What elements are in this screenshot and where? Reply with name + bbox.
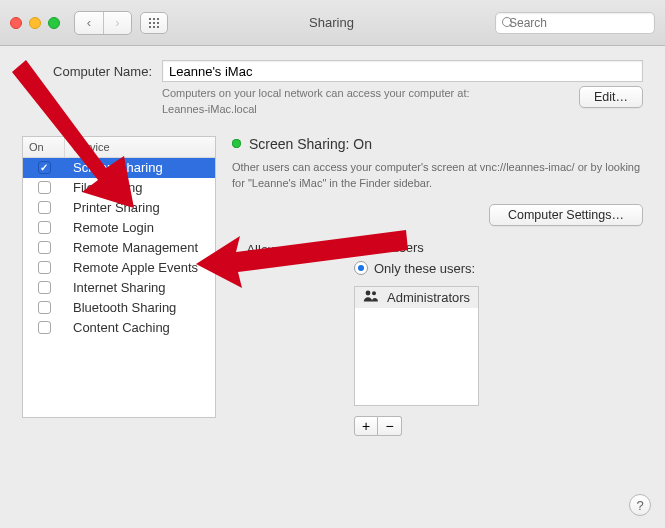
svg-point-1 (372, 291, 376, 295)
window-title: Sharing (176, 15, 487, 30)
service-checkbox[interactable] (38, 161, 51, 174)
computer-name-input[interactable] (162, 60, 643, 82)
chevron-left-icon: ‹ (87, 15, 91, 30)
status-description: Other users can access your computer's s… (232, 160, 643, 192)
service-row[interactable]: Content Caching (23, 318, 215, 338)
radio-icon (354, 240, 368, 254)
window-controls (10, 17, 60, 29)
service-checkbox[interactable] (38, 181, 51, 194)
service-label: Remote Management (65, 240, 215, 255)
service-checkbox[interactable] (38, 281, 51, 294)
service-status: Screen Sharing: On (232, 136, 643, 152)
plus-icon: + (362, 419, 370, 433)
service-label: Screen Sharing (65, 160, 215, 175)
service-row[interactable]: Remote Login (23, 218, 215, 238)
services-table-header: On Service (23, 137, 215, 158)
service-label: Bluetooth Sharing (65, 300, 215, 315)
status-dot-icon (232, 139, 241, 148)
service-checkbox[interactable] (38, 221, 51, 234)
radio-icon (354, 261, 368, 275)
help-button[interactable]: ? (629, 494, 651, 516)
access-section: Allow access for: All users Only these u… (232, 240, 643, 436)
service-row[interactable]: Bluetooth Sharing (23, 298, 215, 318)
service-detail-pane: Screen Sharing: On Other users can acces… (232, 136, 643, 436)
content-area: Computer Name: Computers on your local n… (0, 46, 665, 528)
svg-point-0 (366, 290, 371, 295)
minus-icon: − (385, 419, 393, 433)
add-user-button[interactable]: + (354, 416, 378, 436)
hint-line-1: Computers on your local network can acce… (162, 87, 470, 99)
forward-button[interactable]: › (103, 12, 131, 34)
help-icon: ? (636, 498, 643, 513)
users-list[interactable]: Administrators (354, 286, 479, 406)
col-header-on: On (23, 137, 65, 157)
nav-back-forward: ‹ › (74, 11, 132, 35)
user-row[interactable]: Administrators (355, 287, 478, 308)
service-checkbox[interactable] (38, 321, 51, 334)
col-header-service: Service (65, 137, 215, 157)
service-label: Content Caching (65, 320, 215, 335)
remove-user-button[interactable]: − (378, 416, 402, 436)
service-label: Printer Sharing (65, 200, 215, 215)
show-all-button[interactable] (140, 12, 168, 34)
access-radio-only[interactable]: Only these users: (354, 261, 479, 276)
service-label: Remote Apple Events (65, 260, 215, 275)
service-label: Remote Login (65, 220, 215, 235)
service-row[interactable]: Remote Apple Events (23, 258, 215, 278)
services-table: On Service Screen SharingFile SharingPri… (22, 136, 216, 418)
computer-name-hint: Computers on your local network can acce… (162, 86, 643, 118)
close-window-button[interactable] (10, 17, 22, 29)
radio-label-only: Only these users: (374, 261, 475, 276)
service-checkbox[interactable] (38, 261, 51, 274)
service-row[interactable]: Printer Sharing (23, 198, 215, 218)
zoom-window-button[interactable] (48, 17, 60, 29)
user-row-label: Administrators (387, 290, 470, 305)
service-row[interactable]: Internet Sharing (23, 278, 215, 298)
add-remove-controls: + − (354, 416, 479, 436)
radio-label-all: All users (374, 240, 424, 255)
chevron-right-icon: › (115, 15, 119, 30)
search-input[interactable] (507, 15, 661, 31)
search-field[interactable] (495, 12, 655, 34)
users-icon (363, 290, 379, 305)
service-checkbox[interactable] (38, 301, 51, 314)
access-label: Allow access for: (232, 240, 344, 257)
service-label: File Sharing (65, 180, 215, 195)
grid-icon (148, 17, 160, 29)
status-title: Screen Sharing: On (249, 136, 372, 152)
computer-name-row: Computer Name: (22, 60, 643, 82)
hint-line-2: Leannes-iMac.local (162, 103, 257, 115)
service-row[interactable]: File Sharing (23, 178, 215, 198)
service-row[interactable]: Remote Management (23, 238, 215, 258)
access-radio-all[interactable]: All users (354, 240, 479, 255)
computer-name-label: Computer Name: (22, 64, 152, 79)
minimize-window-button[interactable] (29, 17, 41, 29)
service-checkbox[interactable] (38, 201, 51, 214)
services-table-body: Screen SharingFile SharingPrinter Sharin… (23, 158, 215, 417)
back-button[interactable]: ‹ (75, 12, 103, 34)
service-checkbox[interactable] (38, 241, 51, 254)
service-label: Internet Sharing (65, 280, 215, 295)
service-row[interactable]: Screen Sharing (23, 158, 215, 178)
titlebar: ‹ › Sharing (0, 0, 665, 46)
computer-settings-button[interactable]: Computer Settings… (489, 204, 643, 226)
edit-button[interactable]: Edit… (579, 86, 643, 108)
